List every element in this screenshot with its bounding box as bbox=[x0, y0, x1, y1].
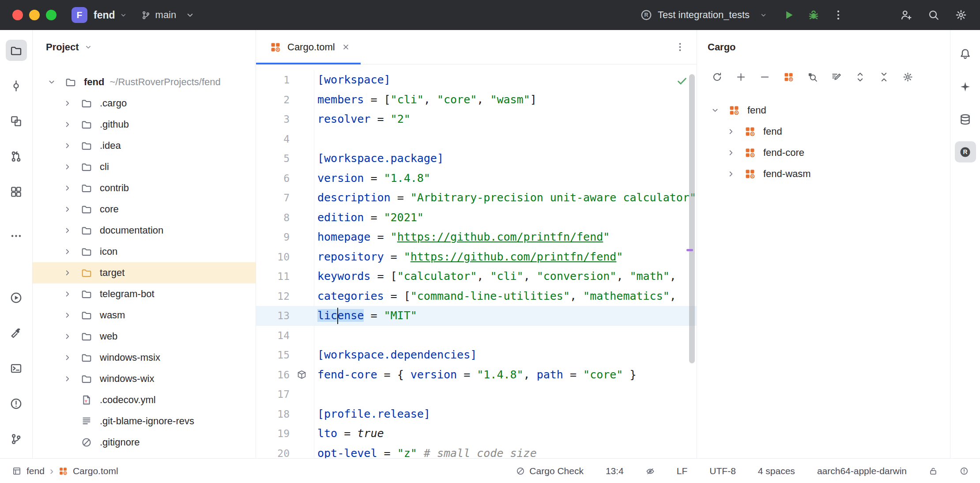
code-editor[interactable]: 1 [workspace] 2 members = ["cli", "core"… bbox=[256, 64, 697, 458]
tree-item-documentation[interactable]: documentation bbox=[33, 220, 256, 241]
more-actions-button[interactable] bbox=[833, 9, 844, 21]
tool-project-folder-button[interactable] bbox=[6, 40, 27, 61]
chevron-right-icon[interactable] bbox=[58, 311, 77, 320]
tree-item-contrib[interactable]: contrib bbox=[33, 177, 256, 199]
chevron-right-icon[interactable] bbox=[58, 247, 77, 256]
tool-version-control-button[interactable] bbox=[6, 428, 27, 449]
code-line-18[interactable]: 18 [profile.release] bbox=[256, 404, 697, 424]
tree-item-cli[interactable]: cli bbox=[33, 156, 256, 177]
inspections-ok-icon[interactable] bbox=[676, 75, 688, 87]
code-line-6[interactable]: 6 version = "1.4.8" bbox=[256, 169, 697, 189]
target-triple-widget[interactable]: aarch64-apple-darwin bbox=[817, 466, 907, 476]
chevron-right-icon[interactable] bbox=[58, 162, 77, 171]
problems-counter-widget[interactable] bbox=[960, 467, 969, 475]
code-line-14[interactable]: 14 bbox=[256, 326, 697, 346]
breadcrumb-file[interactable]: Cargo.toml bbox=[73, 466, 118, 476]
tree-item-.codecov.yml[interactable]: Y .codecov.yml bbox=[33, 389, 256, 411]
editor-scrollbar[interactable] bbox=[689, 74, 695, 363]
cargo-button[interactable]: R bbox=[784, 72, 794, 82]
tool-structure-button[interactable] bbox=[6, 110, 27, 132]
code-line-1[interactable]: 1 [workspace] bbox=[256, 70, 697, 90]
code-line-5[interactable]: 5 [workspace.package] bbox=[256, 149, 697, 169]
chevron-right-icon[interactable] bbox=[722, 170, 740, 178]
tool-commit-button[interactable] bbox=[6, 75, 27, 96]
chevron-right-icon[interactable] bbox=[58, 353, 77, 362]
chevron-right-icon[interactable] bbox=[58, 141, 77, 150]
tree-item-windows-wix[interactable]: windows-wix bbox=[33, 368, 256, 389]
tree-item-icon[interactable]: icon bbox=[33, 241, 256, 262]
tree-item-telegram-bot[interactable]: telegram-bot bbox=[33, 283, 256, 305]
tool-notifications-button[interactable] bbox=[955, 43, 976, 64]
code-line-3[interactable]: 3 resolver = "2" bbox=[256, 109, 697, 129]
minimize-window-button[interactable] bbox=[29, 10, 40, 20]
chevron-right-icon[interactable] bbox=[58, 332, 77, 341]
tree-root-fend[interactable]: fend ~/RustRoverProjects/fend bbox=[33, 72, 256, 93]
code-line-19[interactable]: 19 lto = true bbox=[256, 424, 697, 444]
code-line-11[interactable]: 11 keywords = ["calculator", "cli", "con… bbox=[256, 267, 697, 287]
cargo-check-widget[interactable]: Cargo Check bbox=[516, 466, 584, 476]
scrollbar-change-marker[interactable] bbox=[686, 249, 693, 251]
settings-button[interactable] bbox=[955, 9, 967, 21]
chevron-right-icon[interactable] bbox=[722, 148, 740, 157]
project-panel-header[interactable]: Project bbox=[33, 30, 256, 64]
close-tab-icon[interactable] bbox=[342, 43, 350, 51]
branch-widget[interactable]: main bbox=[141, 9, 195, 21]
tool-terminal-button[interactable] bbox=[6, 358, 27, 379]
chevron-down-icon[interactable] bbox=[42, 78, 61, 87]
settings-small-button[interactable] bbox=[903, 72, 913, 82]
debug-button[interactable] bbox=[808, 9, 819, 21]
add-user-button[interactable] bbox=[901, 9, 912, 21]
chevron-right-icon[interactable] bbox=[58, 290, 77, 298]
code-line-7[interactable]: 7 description = "Arbitrary-precision uni… bbox=[256, 188, 697, 208]
tree-item-.cargo[interactable]: .cargo bbox=[33, 93, 256, 114]
tool-more-horizontal-button[interactable] bbox=[6, 225, 27, 246]
close-window-button[interactable] bbox=[12, 10, 23, 20]
tool-build-button[interactable] bbox=[6, 322, 27, 343]
cargo-tree-item-fend[interactable]: R fend bbox=[697, 121, 950, 142]
editor-tab-options-button[interactable] bbox=[675, 42, 697, 52]
cargo-tree-item-fend-core[interactable]: R fend-core bbox=[697, 142, 950, 163]
line-separator-widget[interactable]: LF bbox=[677, 466, 688, 476]
remove-button[interactable] bbox=[760, 72, 770, 82]
tree-item-web[interactable]: web bbox=[33, 326, 256, 347]
crate-icon[interactable] bbox=[297, 370, 306, 379]
tool-pull-requests-button[interactable] bbox=[6, 146, 27, 167]
cargo-tree-root-fend[interactable]: R fend bbox=[697, 100, 950, 121]
tree-item-.git-blame-ignore-revs[interactable]: .git-blame-ignore-revs bbox=[33, 411, 256, 432]
code-line-17[interactable]: 17 bbox=[256, 385, 697, 404]
chevron-right-icon[interactable] bbox=[58, 184, 77, 192]
highlighting-level-widget[interactable] bbox=[646, 467, 655, 475]
project-widget[interactable]: F fend bbox=[57, 7, 127, 23]
tree-item-.idea[interactable]: .idea bbox=[33, 135, 256, 156]
code-line-16[interactable]: 16 fend-core = { version = "1.4.8", path… bbox=[256, 365, 697, 385]
chevron-right-icon[interactable] bbox=[722, 127, 740, 136]
code-line-12[interactable]: 12 categories = ["command-line-utilities… bbox=[256, 287, 697, 306]
chevron-right-icon[interactable] bbox=[58, 99, 77, 108]
cursor-position-widget[interactable]: 13:4 bbox=[606, 466, 624, 476]
tool-ai-assistant-button[interactable] bbox=[955, 76, 976, 97]
breadcrumb-module[interactable]: fend bbox=[26, 466, 45, 476]
search-button[interactable] bbox=[928, 9, 939, 21]
tree-item-core[interactable]: core bbox=[33, 199, 256, 220]
add-button[interactable] bbox=[736, 72, 746, 82]
find-crate-button[interactable] bbox=[807, 72, 818, 82]
cargo-tree-item-fend-wasm[interactable]: R fend-wasm bbox=[697, 163, 950, 185]
chevron-right-icon[interactable] bbox=[58, 205, 77, 214]
chevron-right-icon[interactable] bbox=[58, 226, 77, 235]
run-button[interactable] bbox=[783, 9, 795, 21]
expand-all-button[interactable] bbox=[855, 72, 865, 82]
refresh-button[interactable] bbox=[712, 72, 722, 82]
tool-problems-button[interactable] bbox=[6, 393, 27, 414]
encoding-widget[interactable]: UTF-8 bbox=[709, 466, 736, 476]
chevron-right-icon[interactable] bbox=[58, 120, 77, 129]
run-configuration-selector[interactable]: R Test integration_tests bbox=[641, 9, 767, 21]
tree-item-.github[interactable]: .github bbox=[33, 114, 256, 135]
collapse-all-button[interactable] bbox=[879, 72, 889, 82]
tree-item-target[interactable]: target bbox=[33, 262, 256, 283]
code-line-10[interactable]: 10 repository = "https://github.com/prin… bbox=[256, 247, 697, 267]
editor-tab-cargo-toml[interactable]: R Cargo.toml bbox=[256, 30, 361, 64]
code-line-13[interactable]: 13 license = "MIT" bbox=[256, 306, 697, 326]
tool-database-button[interactable] bbox=[955, 109, 976, 130]
tree-item-windows-msix[interactable]: windows-msix bbox=[33, 347, 256, 368]
chevron-down-icon[interactable] bbox=[706, 106, 724, 115]
